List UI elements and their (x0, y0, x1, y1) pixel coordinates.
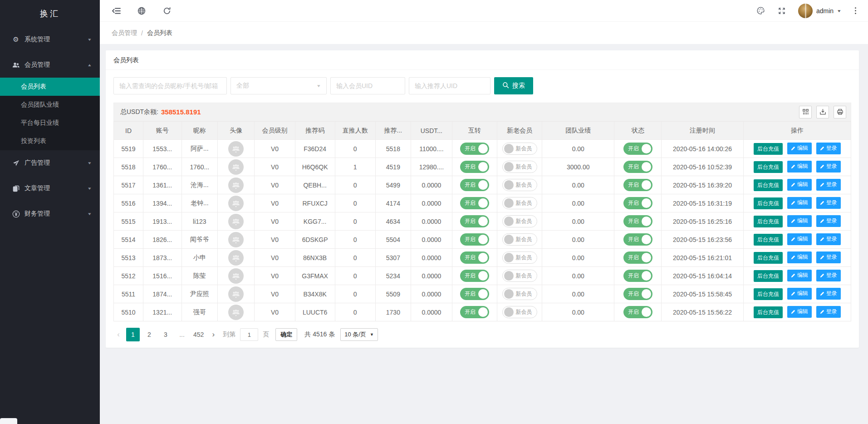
page-number[interactable]: 1 (126, 328, 140, 341)
recharge-button[interactable]: 后台充值 (754, 216, 783, 227)
transfer-toggle[interactable]: 开启 (460, 161, 489, 173)
default-avatar-icon (228, 232, 244, 247)
page-number[interactable]: 452 (191, 328, 206, 341)
recharge-button[interactable]: 后台充值 (754, 161, 783, 173)
transfer-toggle[interactable]: 开启 (460, 251, 489, 264)
edit-button[interactable]: 编辑 (787, 270, 812, 281)
login-as-button[interactable]: 登录 (816, 197, 841, 209)
toggle-knob (478, 235, 488, 244)
sidebar-item-daily-performance[interactable]: 平台每日业绩 (0, 114, 100, 132)
edit-button[interactable]: 编辑 (787, 215, 812, 227)
status-toggle[interactable]: 开启 (623, 215, 652, 227)
type-select[interactable]: 全部 ▼ (230, 77, 327, 94)
more-options-icon[interactable] (853, 6, 858, 15)
recharge-button[interactable]: 后台充值 (754, 288, 783, 300)
print-button[interactable] (834, 106, 846, 118)
edit-button[interactable]: 编辑 (787, 306, 812, 318)
sidebar-item-finance[interactable]: 财务管理 ▼ (0, 201, 100, 227)
member-type-toggle[interactable]: 新会员 (502, 288, 537, 300)
status-toggle[interactable]: 开启 (623, 161, 652, 173)
member-type-toggle[interactable]: 新会员 (502, 179, 537, 191)
page-number[interactable]: 3 (159, 328, 172, 341)
member-type-toggle[interactable]: 新会员 (502, 306, 537, 318)
member-type-toggle[interactable]: 新会员 (502, 270, 537, 282)
user-menu[interactable]: admin ▼ (798, 4, 841, 18)
edit-button[interactable]: 编辑 (787, 251, 812, 263)
edit-button[interactable]: 编辑 (787, 179, 812, 191)
status-toggle[interactable]: 开启 (623, 306, 652, 318)
status-toggle[interactable]: 开启 (623, 233, 652, 246)
sidebar-item-articles[interactable]: 文章管理 ▼ (0, 176, 100, 201)
login-as-button[interactable]: 登录 (816, 270, 841, 281)
login-as-button[interactable]: 登录 (816, 233, 841, 245)
sidebar-item-ads[interactable]: 广告管理 ▼ (0, 150, 100, 176)
edit-button[interactable]: 编辑 (787, 288, 812, 300)
member-type-toggle[interactable]: 新会员 (502, 197, 537, 209)
member-type-toggle[interactable]: 新会员 (502, 161, 537, 173)
recharge-button[interactable]: 后台充值 (754, 197, 783, 209)
transfer-toggle[interactable]: 开启 (460, 233, 489, 246)
member-type-toggle[interactable]: 新会员 (502, 215, 537, 227)
confirm-button[interactable]: 确定 (275, 328, 297, 341)
transfer-toggle[interactable]: 开启 (460, 179, 489, 191)
cell-level: V0 (255, 285, 295, 303)
login-as-button[interactable]: 登录 (816, 215, 841, 227)
status-toggle[interactable]: 开启 (623, 288, 652, 300)
sidebar-item-investment-list[interactable]: 投资列表 (0, 132, 100, 150)
col-team-performance: 团队业绩 (542, 122, 614, 140)
status-toggle[interactable]: 开启 (623, 143, 652, 155)
sidebar-item-system[interactable]: ⚙ 系统管理 ▼ (0, 27, 100, 52)
recharge-button[interactable]: 后台充值 (754, 143, 783, 155)
member-type-toggle[interactable]: 新会员 (502, 233, 537, 246)
edit-button[interactable]: 编辑 (787, 143, 812, 154)
recharge-button[interactable]: 后台充值 (754, 179, 783, 191)
transfer-toggle[interactable]: 开启 (460, 306, 489, 318)
goto-page-input[interactable] (240, 328, 258, 341)
status-toggle[interactable]: 开启 (623, 179, 652, 191)
recharge-button[interactable]: 后台充值 (754, 234, 783, 246)
prev-page-icon[interactable]: ‹ (113, 330, 123, 339)
columns-filter-button[interactable] (799, 106, 812, 118)
login-as-button[interactable]: 登录 (816, 161, 841, 173)
next-page-icon[interactable]: › (208, 330, 218, 339)
status-toggle[interactable]: 开启 (623, 270, 652, 282)
fullscreen-icon[interactable] (777, 6, 786, 15)
status-toggle[interactable]: 开启 (623, 197, 652, 209)
login-as-button[interactable]: 登录 (816, 143, 841, 154)
status-toggle[interactable]: 开启 (623, 251, 652, 264)
edit-button[interactable]: 编辑 (787, 197, 812, 209)
keyword-input[interactable] (113, 77, 227, 94)
transfer-toggle[interactable]: 开启 (460, 143, 489, 155)
collapse-menu-icon[interactable] (112, 6, 121, 15)
login-as-button[interactable]: 登录 (816, 288, 841, 300)
recharge-button[interactable]: 后台充值 (754, 270, 783, 282)
sidebar-item-members[interactable]: 会员管理 ▲ (0, 52, 100, 78)
page-size-select[interactable]: 10 条/页 ▼ (340, 328, 378, 341)
transfer-toggle[interactable]: 开启 (460, 215, 489, 227)
referrer-uid-input[interactable] (409, 77, 490, 94)
pencil-icon (791, 255, 795, 260)
search-button[interactable]: 搜索 (494, 77, 533, 94)
transfer-toggle[interactable]: 开启 (460, 288, 489, 300)
member-uid-input[interactable] (330, 77, 405, 94)
globe-icon[interactable] (137, 6, 146, 15)
transfer-toggle[interactable]: 开启 (460, 197, 489, 209)
theme-palette-icon[interactable] (756, 6, 765, 15)
recharge-button[interactable]: 后台充值 (754, 306, 783, 318)
sidebar-item-member-list[interactable]: 会员列表 (0, 78, 100, 96)
edit-button[interactable]: 编辑 (787, 161, 812, 173)
transfer-toggle[interactable]: 开启 (460, 270, 489, 282)
recharge-button[interactable]: 后台充值 (754, 252, 783, 264)
breadcrumb-parent[interactable]: 会员管理 (112, 29, 137, 37)
member-type-toggle[interactable]: 新会员 (502, 251, 537, 264)
cell-team-performance: 3000.00 (542, 158, 614, 176)
edit-button[interactable]: 编辑 (787, 233, 812, 245)
member-type-toggle[interactable]: 新会员 (502, 143, 537, 155)
refresh-icon[interactable] (162, 6, 172, 15)
export-button[interactable] (816, 106, 829, 118)
page-number[interactable]: 2 (142, 328, 156, 341)
login-as-button[interactable]: 登录 (816, 251, 841, 263)
sidebar-item-team-performance[interactable]: 会员团队业绩 (0, 96, 100, 114)
login-as-button[interactable]: 登录 (816, 306, 841, 318)
login-as-button[interactable]: 登录 (816, 179, 841, 191)
